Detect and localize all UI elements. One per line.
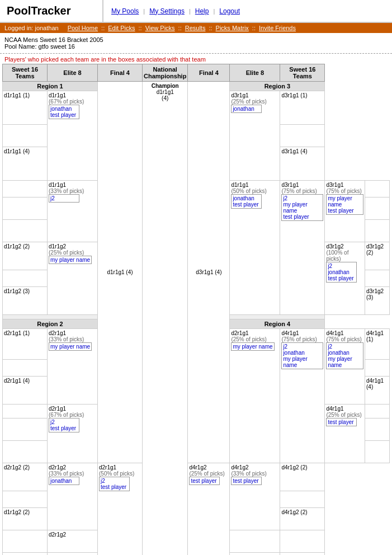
r2-s16-2: d2r1g1 (4) (3, 377, 48, 405)
champion-cell: Champion d1r1g1 (4) (143, 82, 188, 556)
r4-e8-2: d4r1g1 (25% of picks) test player (325, 405, 365, 463)
bracket-table: Sweet 16 Teams Elite 8 Final 4 National … (2, 64, 390, 555)
r1-s16-spacer2 (3, 181, 48, 197)
region2-header: Region 2 (3, 319, 98, 329)
r4-s16-spacer3 (280, 491, 325, 508)
r2-e8-3: d2r1g2 (33% of picks) jonathan (48, 463, 98, 530)
logo: PoolTracker (0, 0, 103, 22)
r4-e8-1: d4r1g1 (75% of picks) j2 jonathan my pla… (325, 329, 365, 405)
r2-s16-5: d2r1g2 (2) (3, 463, 48, 491)
subnav: Logged in: jonathan Pool Home :: Edit Pi… (0, 23, 392, 33)
r4-s16-7 (280, 530, 325, 553)
r2-f4-1: d2r1g1 (25% of picks) my player name (230, 329, 280, 463)
top-nav: My Pools | My Settings | Help | Logout (103, 7, 248, 15)
col-elite8-left: Elite 8 (48, 64, 98, 82)
r1-s16-5: d1r1g2 (2) (3, 242, 48, 270)
r2-e8-4: d2r1g2 (48, 530, 98, 553)
region4-header: Region 4 (230, 319, 325, 329)
subnav-view-picks[interactable]: View Picks (145, 25, 175, 31)
r4-e8-3: d4r1g2 (33% of picks) test player (230, 463, 280, 530)
r4-e8-5 (230, 553, 280, 556)
region1-header: Region 1 (3, 82, 98, 91)
nav-my-pools[interactable]: My Pools (111, 7, 139, 15)
r1-f4-1: d1r1g1 (50% of picks) jonathan test play… (230, 181, 280, 315)
info-box: NCAA Mens Sweet 16 Bracket 2005 Pool Nam… (0, 33, 392, 54)
col-sweet16-left: Sweet 16 Teams (3, 64, 48, 82)
r3-s16-spacer2 (365, 181, 389, 197)
r2-s16-7 (3, 530, 48, 553)
r4-f4-2: d4r1g2 (25% of picks) test player (188, 463, 230, 556)
r4-s16-6: d4r1g2 (2) (280, 508, 325, 530)
col-final4-left: Final 4 (98, 64, 143, 82)
champion-label: Champion (144, 83, 186, 89)
r4-s16-3 (365, 418, 389, 441)
r2-s16-spacer3 (3, 491, 48, 508)
r4-s16-spacer2 (365, 405, 389, 418)
r3-s16-5: d3r1g2 (2) (365, 242, 389, 270)
r3-e8-1: d3r1g1 (25% of picks) jonathan (230, 91, 280, 181)
nav-my-settings[interactable]: My Settings (149, 7, 185, 15)
r2-s16-3 (3, 418, 48, 441)
subnav-picks-matrix[interactable]: Picks Matrix (216, 25, 249, 31)
r3-f4-1: d3r1g1 (75% of picks) j2 my player name … (280, 181, 325, 315)
r1-s16-3 (3, 197, 48, 220)
r1-s16-2: d1r1g1 (4) (3, 147, 48, 181)
r2-e8-1: d2r1g1 (33% of picks) my player name (48, 329, 98, 405)
region3-header: Region 3 (230, 82, 325, 91)
final4-left-seed: (4) (126, 269, 133, 275)
nav-help[interactable]: Help (195, 7, 209, 15)
region-separator-right (230, 315, 325, 319)
r2-e8-2: d2r1g1 (67% of picks) j2 test player (48, 405, 98, 463)
r3-s16-2: d3r1g1 (4) (280, 147, 325, 181)
r1-s16-4 (3, 220, 48, 242)
subnav-invite-friends[interactable]: Invite Friends (259, 25, 296, 31)
r3-s16-4 (365, 220, 389, 242)
info-line1: NCAA Mens Sweet 16 Bracket 2005 (4, 36, 388, 43)
header: PoolTracker My Pools | My Settings | Hel… (0, 0, 392, 23)
r2-s16-4 (3, 441, 48, 463)
final4-right-cell: d3r1g1 (4) (188, 82, 230, 463)
r4-f4-1: d4r1g1 (75% of picks) j2 jonathan my pla… (280, 329, 325, 463)
r3-s16-spacer1 (280, 125, 325, 147)
nav-logout[interactable]: Logout (219, 7, 240, 15)
r3-s16-1: d3r1g1 (1) (280, 91, 325, 125)
r1-s16-6: d1r1g2 (3) (3, 287, 48, 315)
logged-in-label: Logged in: jonathan (4, 25, 59, 31)
col-national-championship: National Championship (143, 64, 188, 82)
r2-s16-8 (3, 553, 48, 556)
final4-left-team: d1r1g1 (107, 269, 124, 275)
col-elite8-right: Elite 8 (230, 64, 280, 82)
r2-s16-spacer1 (3, 360, 48, 377)
r4-s16-2: d4r1g1 (4) (365, 377, 389, 405)
r1-s16-spacer3 (3, 270, 48, 287)
region-separator-left (3, 315, 98, 319)
r2-e8-5 (48, 553, 98, 556)
r3-s16-6: d3r1g2 (3) (365, 287, 389, 315)
r4-e8-4 (230, 530, 280, 553)
r3-e8-3: d3r1g2 (100% of picks) j2 jonathan test … (325, 242, 365, 315)
r4-s16-1: d4r1g1 (1) (365, 329, 389, 360)
r2-f4-2: d2r1g1 (50% of picks) j2 test player (98, 463, 143, 556)
r1-s16-1: d1r1g1 (1) (3, 91, 48, 125)
r4-s16-spacer1 (365, 360, 389, 377)
subnav-results[interactable]: Results (185, 25, 206, 31)
r1-e8-3: d1r1g2 (25% of picks) my player name (48, 242, 98, 315)
final4-right-team: d3r1g1 (196, 269, 213, 275)
player-info: Players' who picked each team are in the… (0, 54, 392, 64)
champion-seed: (4) (162, 95, 168, 101)
r1-e8-1: d1r1g1 (67% of picks) jonathan test play… (48, 91, 98, 181)
r3-s16-3 (365, 197, 389, 220)
r1-e8-2: d1r1g1 (33% of picks) j2 (48, 181, 98, 242)
r1-s16-spacer1 (3, 125, 48, 147)
r2-s16-1: d2r1g1 (1) (3, 329, 48, 360)
subnav-edit-picks[interactable]: Edit Picks (108, 25, 135, 31)
champion-team: d1r1g1 (157, 89, 174, 95)
r2-s16-spacer2 (3, 405, 48, 418)
subnav-pool-home[interactable]: Pool Home (68, 25, 98, 31)
col-final4-right: Final 4 (188, 64, 230, 82)
r4-s16-5: d4r1g2 (2) (280, 463, 325, 491)
final4-left-cell: d1r1g1 (4) (98, 82, 143, 463)
r3-e8-2: d3r1g1 (75% of picks) my player name tes… (325, 181, 365, 242)
col-sweet16-right: Sweet 16 Teams (280, 64, 325, 82)
r4-s16-4 (365, 441, 389, 463)
